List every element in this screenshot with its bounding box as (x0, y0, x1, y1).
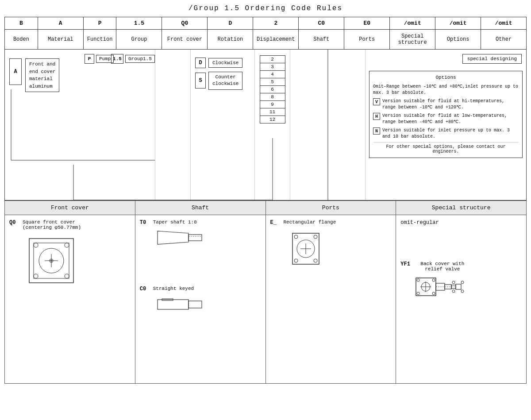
disp-3: 3 (260, 63, 285, 71)
option-text-V: Version suitable for fluid at hi-tempera… (382, 98, 519, 111)
code-D: D (208, 17, 253, 29)
svg-point-31 (294, 259, 298, 262)
label-row: Boden Material Function Group Front cove… (4, 30, 527, 50)
code-omit3: /omit (481, 17, 526, 29)
rect-flange-drawing (284, 227, 328, 271)
svg-rect-44 (456, 284, 461, 289)
label-shaft: Shaft (299, 30, 344, 49)
header-front-cover: Front cover (5, 201, 135, 215)
shaft-col: T0 Taper shaft 1:8 (135, 215, 266, 383)
disp-8: 8 (260, 93, 285, 101)
disp-12: 12 (260, 116, 285, 123)
ports-desc-E: Rectangular flange (284, 220, 336, 225)
code-B: B (5, 17, 38, 29)
shaft-desc-C0: Straight keyed (153, 286, 206, 291)
label-boden: Boden (5, 30, 38, 49)
code-box-P: P (85, 54, 94, 64)
svg-rect-23 (189, 301, 202, 308)
svg-point-29 (294, 235, 298, 239)
code-A: A (38, 17, 84, 29)
code-P: P (84, 17, 117, 29)
right-details: special designing Options Omit-Range bet… (366, 50, 526, 200)
bottom-table-header: Front cover Shaft Ports Special structur… (5, 201, 526, 215)
shaft-desc-T0: Taper shaft 1:8 (153, 220, 206, 225)
label-rotation: Rotation (208, 30, 253, 49)
option-H: H Version suitable for fluid at low-temp… (373, 113, 519, 125)
boden-label: Front andend covermaterialaluminum (25, 58, 59, 92)
rotation-label-S: Counterclockwise (208, 72, 242, 90)
options-title: Options (373, 75, 519, 80)
rotation-detail: D Clockwise S Counterclockwise (191, 50, 255, 200)
page-title: /Group 1.5 Ordering Code Rules (4, 4, 527, 12)
svg-point-47 (461, 281, 464, 284)
front-cover-drawing (23, 232, 80, 289)
disp-5: 5 (260, 78, 285, 86)
shaft-ports-spacer (290, 50, 366, 200)
label-ports: Ports (344, 30, 390, 49)
special-omit-regular: omit-regular (400, 220, 522, 226)
svg-point-37 (417, 279, 419, 281)
shaft-row2: C0 Straight keyed (140, 286, 261, 321)
group-detail: 1.5 Group1.5 (111, 54, 155, 64)
option-V: V Version suitable for fluid at hi-tempe… (373, 98, 519, 111)
disp-9: 9 (260, 101, 285, 108)
fc-code-Q0: Q0 (9, 220, 19, 226)
label-front-cover: Front cover (162, 30, 208, 49)
code-2: 2 (253, 17, 299, 29)
connector-shaft (290, 50, 365, 200)
svg-point-12 (34, 243, 38, 247)
displacement-detail: 2 3 4 5 6 8 9 11 12 (255, 50, 290, 200)
taper-shaft-drawing (153, 227, 206, 249)
bottom-table-body: Q0 Square front cover(centering φ50.77mm… (5, 215, 526, 383)
svg-point-46 (452, 281, 455, 284)
special-structure-col: omit-regular YF1 Back cover withrelief v… (396, 215, 526, 383)
code-omit2: /omit (435, 17, 481, 29)
svg-marker-19 (158, 231, 189, 244)
rotation-code-S: S (195, 73, 206, 89)
left-details: A Front andend covermaterialaluminum P P… (5, 50, 155, 200)
special-desc-YF1: Back cover withrelief valve (414, 261, 471, 272)
front-cover-spacer (155, 50, 191, 200)
label-displacement: Displacement (253, 30, 299, 49)
label-other: Other (481, 30, 526, 49)
code-E0: E0 (344, 17, 390, 29)
shaft-code-C0: C0 (140, 286, 150, 292)
svg-point-48 (452, 290, 455, 293)
option-code-N: N (373, 127, 380, 135)
front-cover-row1: Q0 Square front cover(centering φ50.77mm… (9, 220, 131, 291)
ports-code-E: E_ (270, 220, 280, 226)
ports-col: E_ Rectangular flange (266, 215, 396, 383)
fc-desc-Q0: Square front cover(centering φ50.77mm) (23, 220, 81, 230)
svg-point-40 (432, 292, 435, 295)
svg-rect-22 (158, 300, 189, 309)
label-special-structure: Special structure (390, 30, 435, 49)
code-omit1: /omit (390, 17, 435, 29)
rotation-D: D Clockwise S Counterclockwise (195, 58, 250, 90)
svg-point-38 (432, 279, 435, 281)
header-ports: Ports (266, 201, 396, 215)
options-box: Options Omit-Range between -10℃ and +80℃… (369, 71, 523, 158)
label-function: Function (84, 30, 117, 49)
rotation-S: S Counterclockwise (195, 72, 250, 90)
header-shaft: Shaft (135, 201, 266, 215)
option-N: N Version suitable for inlet pressure up… (373, 127, 519, 140)
special-code-YF1: YF1 (400, 261, 410, 267)
svg-rect-20 (189, 235, 202, 241)
straight-shaft-drawing (153, 293, 206, 320)
page: /Group 1.5 Ordering Code Rules B A P 1.5… (0, 0, 531, 384)
svg-point-30 (314, 235, 317, 239)
shaft-row1: T0 Taper shaft 1:8 (140, 220, 261, 250)
svg-point-39 (417, 292, 419, 295)
option-text-H: Version suitable for fluid at low-temper… (382, 113, 519, 125)
disp-2: 2 (260, 56, 285, 63)
label-group: Group (116, 30, 162, 49)
bottom-table: Front cover Shaft Ports Special structur… (4, 200, 527, 384)
group-label: Group1.5 (125, 55, 155, 63)
rotation-code-D: D (195, 58, 206, 68)
displacement-list: 2 3 4 5 6 8 9 11 12 (260, 55, 285, 123)
svg-point-49 (461, 290, 464, 293)
code-box-A: A (9, 58, 22, 85)
header-special-structure: Special structure (396, 201, 526, 215)
front-cover-col: Q0 Square front cover(centering φ50.77mm… (5, 215, 135, 383)
ordering-code-row: B A P 1.5 Q0 D 2 C0 E0 /omit /omit /omit (4, 17, 527, 30)
